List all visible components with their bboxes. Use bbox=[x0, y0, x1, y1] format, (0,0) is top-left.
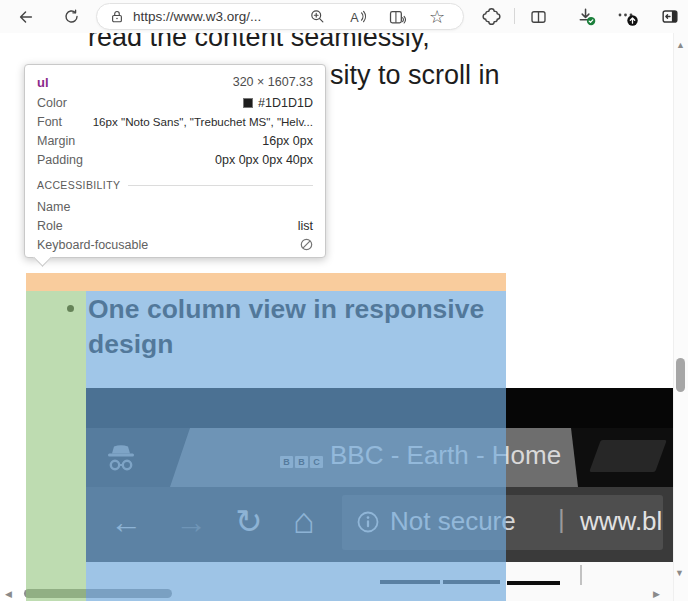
inspect-margin-overlay bbox=[26, 273, 506, 291]
list-bullet bbox=[67, 305, 74, 312]
more-dots-icon bbox=[615, 5, 641, 29]
back-icon bbox=[17, 8, 35, 26]
padding-value: 0px 0px 0px 40px bbox=[215, 153, 313, 167]
immersive-reader-icon bbox=[388, 8, 406, 26]
scroll-right-icon[interactable]: ▶ bbox=[653, 589, 660, 599]
inspect-tooltip: ul 320 × 1607.33 Color #1D1D1D Font 16px… bbox=[24, 64, 326, 258]
downloads-icon bbox=[576, 6, 597, 27]
a11y-name-label: Name bbox=[37, 200, 70, 214]
mobile-url-bar: Not secure | www.bl bbox=[342, 495, 663, 550]
not-secure-label: Not secure bbox=[390, 506, 516, 537]
address-url[interactable]: https://www.w3.org/... bbox=[133, 9, 261, 24]
vertical-scrollbar-thumb[interactable] bbox=[676, 358, 685, 392]
extensions-button[interactable] bbox=[478, 0, 504, 33]
mobile-back-icon: ← bbox=[110, 504, 142, 541]
font-value: 16px "Noto Sans", "Trebuchet MS", "Helv.… bbox=[93, 115, 313, 128]
refresh-button[interactable] bbox=[58, 0, 84, 33]
info-icon bbox=[356, 510, 380, 534]
read-aloud-icon: A bbox=[348, 8, 367, 26]
browser-toolbar: https://www.w3.org/... A ☆ bbox=[0, 0, 688, 33]
back-button[interactable] bbox=[13, 0, 39, 33]
scroll-left-icon[interactable]: ◀ bbox=[5, 589, 12, 599]
color-swatch bbox=[243, 98, 253, 108]
not-allowed-icon bbox=[300, 238, 313, 251]
tab-title: BBC - Earth - Home bbox=[330, 440, 561, 471]
star-icon: ☆ bbox=[429, 8, 445, 26]
bbc-logo-c: C bbox=[310, 456, 323, 468]
zoom-in-icon bbox=[309, 8, 326, 25]
downloads-button[interactable] bbox=[572, 0, 600, 33]
split-screen-icon bbox=[529, 8, 548, 26]
margin-label: Margin bbox=[37, 134, 75, 148]
accessibility-header-line bbox=[128, 185, 313, 186]
inspect-padding-overlay bbox=[26, 291, 86, 601]
sidebar-toggle-button[interactable] bbox=[656, 0, 684, 33]
text-line-placeholder bbox=[443, 580, 500, 584]
screenshot-statusbar bbox=[86, 388, 673, 428]
element-tag: ul bbox=[37, 75, 49, 90]
bbc-logo: BBC bbox=[280, 451, 325, 469]
a11y-role-value: list bbox=[298, 219, 313, 233]
accessibility-header: ACCESSIBILITY bbox=[37, 179, 120, 191]
immersive-reader-button[interactable] bbox=[383, 0, 411, 33]
screenshot-toolbar: ← → ↻ ⌂ Not secure | www.bl bbox=[86, 487, 673, 562]
svg-text:A: A bbox=[350, 10, 359, 24]
mobile-forward-icon: → bbox=[175, 504, 207, 541]
background-tab bbox=[589, 440, 667, 472]
horizontal-scrollbar-thumb[interactable] bbox=[24, 589, 172, 598]
text-line-placeholder bbox=[380, 580, 440, 584]
list-item-heading: One column view in responsive design bbox=[88, 292, 490, 362]
padding-label: Padding bbox=[37, 153, 83, 167]
refresh-icon bbox=[63, 8, 80, 25]
vertical-scrollbar[interactable] bbox=[673, 33, 688, 601]
zoom-page-button[interactable] bbox=[303, 0, 331, 33]
favorites-button[interactable]: ☆ bbox=[423, 0, 451, 33]
lock-icon bbox=[110, 9, 124, 24]
sidebar-icon bbox=[660, 7, 680, 26]
split-screen-button[interactable] bbox=[524, 0, 552, 33]
embedded-screenshot: BBC BBC - Earth - Home ✕ ← → ↻ ⌂ Not sec… bbox=[86, 388, 673, 601]
bbc-logo-b1: B bbox=[280, 456, 293, 468]
scroll-up-icon[interactable]: ▲ bbox=[676, 40, 685, 50]
scroll-down-icon[interactable]: ▼ bbox=[675, 568, 684, 578]
content-divider-line bbox=[580, 565, 582, 585]
settings-more-button[interactable] bbox=[613, 0, 643, 33]
element-dimensions: 320 × 1607.33 bbox=[233, 75, 313, 89]
color-value: #1D1D1D bbox=[243, 96, 313, 110]
active-tab: BBC BBC - Earth - Home ✕ bbox=[170, 428, 578, 487]
toolbar-divider bbox=[514, 8, 515, 24]
incognito-icon bbox=[102, 440, 140, 474]
read-aloud-button[interactable]: A bbox=[343, 0, 371, 33]
address-bar[interactable]: https://www.w3.org/... A ☆ bbox=[96, 3, 464, 30]
extensions-icon bbox=[482, 7, 501, 26]
mobile-refresh-icon: ↻ bbox=[235, 502, 263, 541]
a11y-focusable-label: Keyboard-focusable bbox=[37, 238, 148, 252]
font-label: Font bbox=[37, 115, 62, 129]
a11y-role-label: Role bbox=[37, 219, 63, 233]
mobile-url-text: www.bl bbox=[580, 506, 662, 537]
color-label: Color bbox=[37, 96, 67, 110]
mobile-home-icon: ⌂ bbox=[293, 500, 315, 542]
url-divider: | bbox=[558, 504, 565, 535]
margin-value: 16px 0px bbox=[262, 134, 313, 148]
bbc-logo-b2: B bbox=[295, 456, 308, 468]
screenshot-tabstrip: BBC BBC - Earth - Home ✕ bbox=[86, 428, 673, 487]
page-text-line2: sity to scroll in bbox=[330, 60, 500, 91]
